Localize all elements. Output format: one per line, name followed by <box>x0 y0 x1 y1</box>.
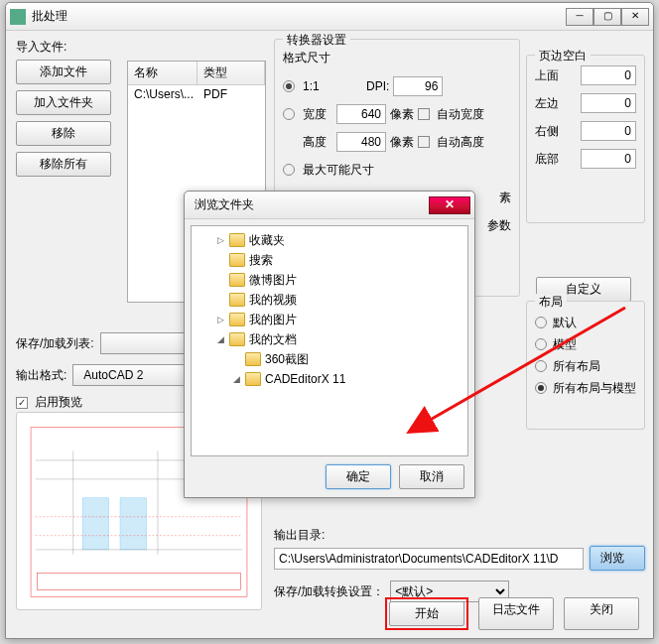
maximize-button[interactable]: ▢ <box>593 8 621 26</box>
auto-width-label: 自动宽度 <box>437 106 484 123</box>
file-name-cell: C:\Users\... <box>134 87 203 101</box>
obscured-text-1: 素 <box>499 190 511 206</box>
tree-node-360shot[interactable]: 360截图 <box>192 349 467 369</box>
browse-button[interactable]: 浏览 <box>590 546 645 571</box>
layout-group: 布局 默认 模型 所有布局 所有布局与模型 <box>526 301 645 430</box>
margin-bottom-input[interactable] <box>581 149 636 169</box>
layout-model-label: 模型 <box>553 336 577 353</box>
enable-preview-checkbox[interactable] <box>16 397 28 409</box>
start-highlight-box: 开始 <box>385 597 468 630</box>
folder-icon <box>245 372 261 386</box>
folder-icon <box>229 233 245 247</box>
folder-icon <box>229 253 245 267</box>
logfiles-button[interactable]: 日志文件 <box>478 597 554 630</box>
margin-top-input[interactable] <box>581 65 636 85</box>
margin-group: 页边空白 上面 左边 右侧 底部 <box>526 55 645 223</box>
folder-tree[interactable]: ▷收藏夹 搜索 微博图片 我的视频 ▷我的图片 ◢我的文档 360截图 ◢CAD… <box>191 225 468 456</box>
add-folder-button[interactable]: 加入文件夹 <box>16 90 111 115</box>
px-label-1: 像素 <box>390 106 414 123</box>
size-subtitle: 格式尺寸 <box>283 50 511 66</box>
height-input[interactable] <box>336 132 386 152</box>
main-titlebar[interactable]: 批处理 ─ ▢ ✕ <box>6 3 653 31</box>
auto-height-checkbox[interactable] <box>418 136 430 148</box>
layout-allmodel-radio[interactable] <box>535 382 547 394</box>
auto-height-label: 自动高度 <box>437 134 484 151</box>
import-label: 导入文件: <box>16 39 264 56</box>
file-header-name[interactable]: 名称 <box>128 62 198 84</box>
output-dir-label: 输出目录: <box>274 527 645 544</box>
layout-title: 布局 <box>535 294 567 311</box>
auto-width-checkbox[interactable] <box>418 108 430 120</box>
folder-icon <box>245 352 261 366</box>
obscured-text-2: 参数 <box>487 217 511 234</box>
layout-model-radio[interactable] <box>535 338 547 350</box>
close-button[interactable]: ✕ <box>621 8 649 26</box>
import-section: 导入文件: 添加文件 加入文件夹 移除 移除所有 名称 类型 C:\Users\… <box>16 39 264 177</box>
width-input[interactable] <box>336 104 386 124</box>
dialog-titlebar[interactable]: 浏览文件夹 ✕ <box>185 192 474 219</box>
output-dir-input[interactable] <box>274 548 584 570</box>
ratio-1to1-radio[interactable] <box>283 80 295 92</box>
folder-icon <box>229 313 245 326</box>
file-type-cell: PDF <box>203 87 227 101</box>
remove-all-button[interactable]: 移除所有 <box>16 152 111 177</box>
dpi-label: DPI: <box>366 79 389 93</box>
layout-default-radio[interactable] <box>535 317 547 328</box>
minimize-button[interactable]: ─ <box>566 8 593 26</box>
layout-default-label: 默认 <box>553 315 577 331</box>
folder-icon <box>229 293 245 307</box>
margin-left-input[interactable] <box>581 93 636 113</box>
margin-bottom-label: 底部 <box>535 151 559 168</box>
dialog-cancel-button[interactable]: 取消 <box>399 464 464 489</box>
margin-top-label: 上面 <box>535 67 559 84</box>
add-file-button[interactable]: 添加文件 <box>16 60 111 84</box>
dialog-title: 浏览文件夹 <box>189 196 429 213</box>
dialog-close-button[interactable]: ✕ <box>429 196 470 214</box>
start-button[interactable]: 开始 <box>389 601 464 626</box>
margin-right-label: 右侧 <box>535 123 559 140</box>
margin-right-input[interactable] <box>581 121 636 141</box>
folder-icon <box>229 332 245 346</box>
custom-size-radio[interactable] <box>283 108 295 120</box>
layout-all-label: 所有布局 <box>553 358 600 375</box>
save-list-label: 保存/加载列表: <box>16 335 94 352</box>
svg-rect-3 <box>82 498 109 550</box>
tree-node-videos[interactable]: 我的视频 <box>192 290 467 310</box>
px-label-2: 像素 <box>390 134 414 151</box>
tree-node-documents[interactable]: ◢我的文档 <box>192 329 467 349</box>
enable-preview-label: 启用预览 <box>35 395 82 409</box>
file-row[interactable]: C:\Users\... PDF <box>128 85 265 103</box>
output-dir-section: 输出目录: 浏览 <box>274 527 645 571</box>
format-label: 输出格式: <box>16 367 66 384</box>
browse-folder-dialog: 浏览文件夹 ✕ ▷收藏夹 搜索 微博图片 我的视频 ▷我的图片 ◢我的文档 36… <box>184 191 475 498</box>
height-label: 高度 <box>303 134 332 151</box>
tree-node-search[interactable]: 搜索 <box>192 250 467 270</box>
svg-rect-4 <box>120 498 147 550</box>
remove-button[interactable]: 移除 <box>16 121 111 146</box>
tree-node-weibo[interactable]: 微博图片 <box>192 270 467 290</box>
ratio-1to1-label: 1:1 <box>303 79 362 93</box>
tree-node-favorites[interactable]: ▷收藏夹 <box>192 230 467 250</box>
converter-title: 转换器设置 <box>283 32 350 49</box>
width-label: 宽度 <box>303 106 332 123</box>
file-header-type[interactable]: 类型 <box>198 62 265 84</box>
layout-all-radio[interactable] <box>535 360 547 372</box>
dpi-input[interactable] <box>393 76 443 96</box>
folder-icon <box>229 273 245 287</box>
tree-node-cadeditor[interactable]: ◢CADEditorX 11 <box>192 369 467 389</box>
app-icon <box>10 9 26 25</box>
close-main-button[interactable]: 关闭 <box>564 597 639 630</box>
margin-title: 页边空白 <box>535 48 591 64</box>
dialog-ok-button[interactable]: 确定 <box>326 464 391 489</box>
enable-preview-row: 启用预览 <box>16 394 82 411</box>
margin-left-label: 左边 <box>535 95 559 112</box>
footer-buttons: 开始 日志文件 关闭 <box>6 597 653 630</box>
max-size-radio[interactable] <box>283 164 295 176</box>
layout-allmodel-label: 所有布局与模型 <box>553 380 636 397</box>
window-title: 批处理 <box>32 8 566 25</box>
tree-node-pictures[interactable]: ▷我的图片 <box>192 310 467 329</box>
max-size-label: 最大可能尺寸 <box>303 162 374 179</box>
